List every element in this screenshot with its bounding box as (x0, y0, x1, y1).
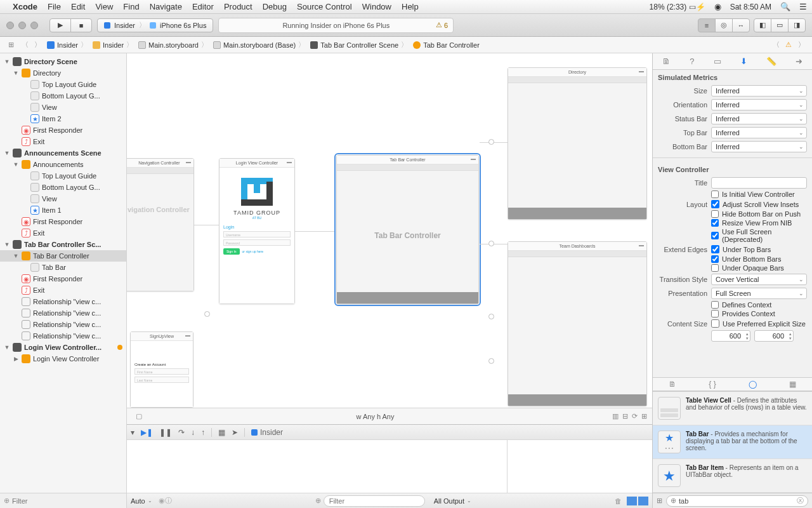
tabbar-item-row[interactable]: ★Item 1 (0, 204, 126, 216)
resize-nib-checkbox[interactable] (711, 219, 719, 227)
grid-view-icon[interactable]: ⊞ (657, 497, 662, 505)
continue-button[interactable]: ▶❚ (141, 428, 153, 437)
go-forward-button[interactable]: 〉 (32, 40, 43, 50)
hide-bottom-bar-checkbox[interactable] (711, 210, 719, 218)
first-responder-row[interactable]: ◉First Responder (0, 124, 126, 136)
firstname-field[interactable]: First Name (134, 368, 189, 375)
menu-source-control[interactable]: Source Control (297, 2, 352, 11)
first-responder-row[interactable]: ◉First Responder (0, 216, 126, 227)
crumb-controller[interactable]: Tab Bar Controller (412, 41, 481, 49)
pause-button[interactable]: ❚❚ (159, 428, 172, 437)
under-bottom-checkbox[interactable] (711, 255, 719, 263)
app-menu[interactable]: Xcode (13, 2, 37, 11)
vc-row[interactable]: ▼Directory (0, 67, 126, 79)
defines-context-checkbox[interactable] (711, 301, 719, 309)
object-library-tab[interactable]: ◯ (749, 380, 757, 389)
vc-row[interactable]: ▼Announcements (0, 159, 126, 170)
layout-guide[interactable]: Top Layout Guide (0, 79, 126, 90)
info-icon[interactable]: ⓘ (165, 496, 172, 505)
scene-header[interactable]: ▼Directory Scene (0, 56, 126, 67)
content-height-input[interactable]: 600▴▾ (754, 330, 794, 342)
menu-navigate[interactable]: Navigate (150, 2, 182, 11)
top-bar-select[interactable]: Inferred⌄ (711, 127, 807, 138)
outline-filter-input[interactable] (12, 497, 122, 505)
crumb-file[interactable]: Main.storyboard〉 (137, 40, 209, 50)
relationship-row[interactable]: Relationship "view c... (0, 307, 126, 319)
resolve-icon[interactable]: ⟳ (632, 412, 638, 420)
scene-header[interactable]: ▼Login View Controller... (0, 342, 126, 353)
menu-debug[interactable]: Debug (263, 2, 287, 11)
step-into-button[interactable]: ↓ (191, 428, 195, 437)
preferred-explicit-checkbox[interactable] (711, 319, 719, 328)
variables-mode-select[interactable]: Auto ⌄ (131, 497, 152, 505)
clear-filter-icon[interactable]: ⓧ (797, 496, 804, 505)
scene-tab-bar-controller[interactable]: Tab Bar Controller Tab Bar Controller (336, 155, 479, 304)
first-responder-row[interactable]: ◉First Responder (0, 273, 126, 284)
location-button[interactable]: ➤ (232, 428, 238, 437)
scene-team-dashboards[interactable]: Team Dashboards (508, 241, 647, 406)
layout-guide[interactable]: Top Layout Guide (0, 170, 126, 182)
storyboard-canvas[interactable]: Navigation Controller vigation Controlle… (127, 53, 652, 408)
orientation-select[interactable]: Inferred⌄ (711, 99, 807, 110)
vc-row[interactable]: ▼Tab Bar Controller (0, 250, 126, 262)
clear-console-icon[interactable]: 🗑 (615, 497, 622, 505)
issue-count[interactable]: ⚠ 6 (436, 21, 448, 29)
next-issue-button[interactable]: 〉 (796, 40, 807, 50)
editor-standard-button[interactable]: ≡ (698, 18, 716, 32)
relationship-row[interactable]: Relationship "view c... (0, 330, 126, 342)
menu-view[interactable]: View (95, 2, 113, 11)
tabbar-item-row[interactable]: ★Item 2 (0, 113, 126, 124)
process-selector[interactable]: Insider (251, 428, 283, 437)
size-inspector-tab[interactable]: 📏 (766, 57, 776, 66)
eye-icon[interactable]: ◉ (159, 497, 165, 505)
signin-button[interactable]: Sign In (223, 248, 240, 255)
media-library-tab[interactable]: ▦ (789, 380, 796, 389)
attributes-inspector-tab[interactable]: ⬇ (740, 57, 747, 66)
size-select[interactable]: Inferred⌄ (711, 85, 807, 97)
exit-row[interactable]: ⤴Exit (0, 284, 126, 296)
tab-bar-preview[interactable] (337, 292, 478, 304)
tab-bar-preview[interactable] (508, 394, 646, 406)
stop-button[interactable]: ■ (70, 18, 92, 32)
under-opaque-checkbox[interactable] (711, 264, 719, 272)
variables-view[interactable] (127, 440, 508, 493)
crumb-project[interactable]: Insider〉 (46, 40, 89, 50)
provides-context-checkbox[interactable] (711, 310, 719, 318)
issue-indicator-icon[interactable]: ⚠ (785, 41, 792, 49)
library-filter-input[interactable]: ⊕ tab ⓧ (666, 495, 808, 507)
presentation-select[interactable]: Full Screen⌄ (711, 288, 807, 299)
variables-filter-input[interactable] (324, 495, 425, 507)
menu-edit[interactable]: Edit (71, 2, 85, 11)
spotlight-icon[interactable]: 🔍 (780, 2, 790, 11)
password-field[interactable]: Password (223, 239, 291, 246)
window-controls[interactable] (6, 22, 38, 29)
run-button[interactable]: ▶ (49, 18, 71, 32)
under-top-checkbox[interactable] (711, 245, 719, 253)
debug-menu-icon[interactable]: ▾ (131, 428, 134, 437)
tabbar-row[interactable]: Tab Bar (0, 262, 126, 273)
view-row[interactable]: View (0, 102, 126, 113)
scene-directory[interactable]: Directory (508, 67, 647, 220)
transition-style-select[interactable]: Cover Vertical⌄ (711, 274, 807, 285)
related-items-icon[interactable]: ⊞ (5, 41, 16, 49)
tab-bar-preview[interactable] (508, 208, 646, 219)
crumb-group[interactable]: Insider〉 (91, 40, 134, 50)
editor-version-button[interactable]: ↔ (732, 18, 750, 32)
scene-header[interactable]: ▼Announcements Scene (0, 147, 126, 159)
toggle-debug-button[interactable]: ▭ (771, 18, 789, 32)
resize-icon[interactable]: ⊞ (641, 412, 647, 420)
debug-panes-toggle[interactable] (627, 497, 648, 505)
library-item[interactable]: ★ Tab Bar Item - Represents an item on a… (653, 459, 812, 493)
exit-row[interactable]: ⤴Exit (0, 136, 126, 147)
scene-login[interactable]: Login View Controller TAMID GROUPAT BU L… (219, 158, 295, 304)
toggle-inspector-button[interactable]: ◨ (788, 18, 806, 32)
status-bar-select[interactable]: Inferred⌄ (711, 113, 807, 124)
notification-center-icon[interactable]: ☰ (799, 2, 807, 11)
battery-status[interactable]: 18% (2:33) ▭⚡ (650, 3, 705, 11)
file-template-tab[interactable]: 🗎 (669, 380, 676, 389)
menu-help[interactable]: Help (402, 2, 419, 11)
toggle-navigator-button[interactable]: ◧ (754, 18, 771, 32)
exit-row[interactable]: ⤴Exit (0, 227, 126, 239)
align-icon[interactable]: ▥ (612, 412, 619, 420)
title-input[interactable] (711, 177, 807, 189)
